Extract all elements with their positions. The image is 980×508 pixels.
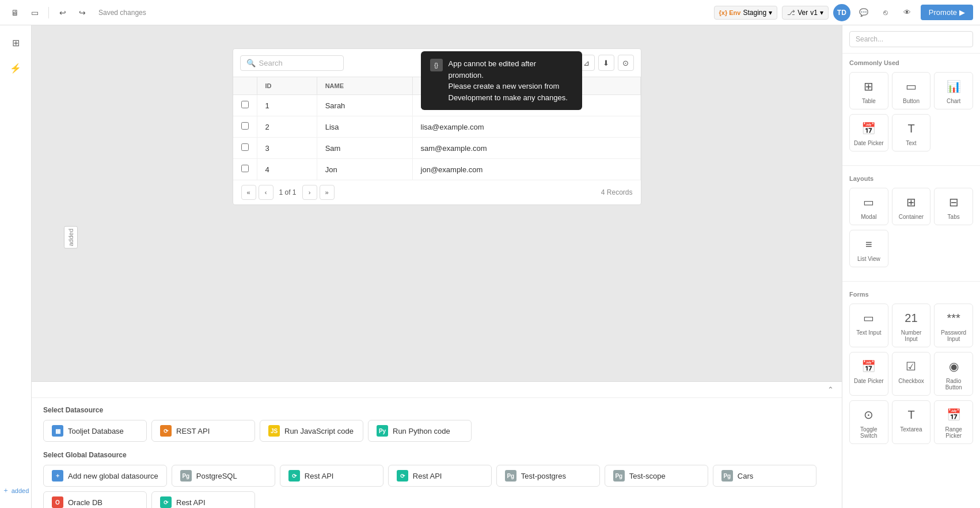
row-checkbox[interactable] xyxy=(233,116,257,138)
next-page-button[interactable]: › xyxy=(302,185,317,200)
commonly-used-grid: ⊞ Table ▭ Button 📊 Chart xyxy=(849,72,973,109)
ds-name: Rest API xyxy=(413,472,442,480)
bottom-panel-collapse-icon[interactable]: ⌃ xyxy=(827,385,834,394)
promote-button[interactable]: Promote ▶ xyxy=(921,5,973,20)
component-item-date-picker[interactable]: 📅 Date Picker xyxy=(849,114,888,151)
redo-icon[interactable]: ↪ xyxy=(74,5,90,21)
component-label: Chart xyxy=(947,98,960,104)
commonly-used-title: Commonly Used xyxy=(849,59,973,66)
first-page-button[interactable]: « xyxy=(241,185,256,200)
datasource-item[interactable]: ▦ Tooljet Database xyxy=(43,420,147,442)
layouts-grid: ▭ Modal ⊞ Container ⊟ Tabs xyxy=(849,188,973,225)
ds-icon: ⟳ xyxy=(397,470,408,482)
component-item-list-view[interactable]: ≡ List View xyxy=(849,230,888,267)
datasource-item[interactable]: JS Run JavaScript code xyxy=(260,420,363,442)
datasource-item[interactable]: ⟳ Rest API xyxy=(151,491,255,508)
datasource-item[interactable]: ⟳ Rest API xyxy=(388,465,492,487)
component-item-button[interactable]: ▭ Button xyxy=(892,72,931,109)
ds-name: Tooljet Database xyxy=(68,427,124,435)
search-box[interactable]: 🔍 xyxy=(240,55,344,71)
prev-page-button[interactable]: ‹ xyxy=(259,185,274,200)
topbar: 🖥 ▭ ↩ ↪ Saved changes {x} Env Staging ▾ … xyxy=(0,0,980,25)
monitor-icon[interactable]: 🖥 xyxy=(7,5,23,21)
component-item-textarea[interactable]: T Textarea xyxy=(892,400,931,444)
avatar[interactable]: TD xyxy=(833,4,850,21)
datasource-item[interactable]: Pg PostgreSQL xyxy=(172,465,275,487)
component-item-modal[interactable]: ▭ Modal xyxy=(849,188,888,225)
component-icon: ⊙ xyxy=(860,405,878,424)
ver-label: Ver xyxy=(797,9,808,17)
datasource-item[interactable]: Pg Test-postgres xyxy=(496,465,600,487)
add-label: added xyxy=(12,487,29,494)
component-icon: ◉ xyxy=(944,357,963,376)
component-item-chart[interactable]: 📊 Chart xyxy=(934,72,973,109)
datasource-grid: ▦ Tooljet Database ⟳ REST API JS Run Jav… xyxy=(43,420,830,442)
chat-icon[interactable]: 💬 xyxy=(855,4,872,21)
ds-icon: Pg xyxy=(505,470,516,482)
component-item-text-input[interactable]: ▭ Text Input xyxy=(849,304,888,347)
component-item-container[interactable]: ⊞ Container xyxy=(892,188,931,225)
component-item-radio-button[interactable]: ◉ Radio Button xyxy=(934,352,973,396)
promote-label: Promote xyxy=(929,8,957,17)
datasource-item[interactable]: ＋ Add new global datasource xyxy=(43,465,167,487)
component-icon: 📅 xyxy=(860,119,878,138)
env-selector[interactable]: {x} Env Staging ▾ xyxy=(714,6,778,20)
share-icon[interactable]: ⎋ xyxy=(877,4,894,21)
datasource-item[interactable]: O Oracle DB xyxy=(43,491,147,508)
datasource-item[interactable]: Py Run Python code xyxy=(368,420,472,442)
ver-selector[interactable]: ⎇ Ver v1 ▾ xyxy=(782,6,829,20)
ds-icon: ⟳ xyxy=(160,425,172,437)
component-icon: ▭ xyxy=(860,193,878,211)
component-item-toggle-switch[interactable]: ⊙ Toggle Switch xyxy=(849,400,888,444)
undo-icon[interactable]: ↩ xyxy=(55,5,71,21)
env-value: Staging xyxy=(743,9,766,17)
component-search-input[interactable] xyxy=(849,31,973,47)
row-checkbox[interactable] xyxy=(233,159,257,180)
tablet-icon[interactable]: ▭ xyxy=(26,5,43,21)
component-item-table[interactable]: ⊞ Table xyxy=(849,72,888,109)
ds-name: Test-postgres xyxy=(521,472,566,480)
component-icon: ☑ xyxy=(902,357,920,376)
component-item-tabs[interactable]: ⊟ Tabs xyxy=(934,188,973,225)
component-item-date-picker[interactable]: 📅 Date Picker xyxy=(849,352,888,396)
preview-icon[interactable]: 👁 xyxy=(899,4,916,21)
component-item-range-picker[interactable]: 📅 Range Picker xyxy=(934,400,973,444)
search-input[interactable] xyxy=(259,59,340,67)
tooltip-line1: App cannot be edited after promotion. xyxy=(449,58,573,81)
component-item-checkbox[interactable]: ☑ Checkbox xyxy=(892,352,931,396)
datasource-item[interactable]: Pg Cars xyxy=(713,465,816,487)
sidebar-icon-queries[interactable]: ⚡ xyxy=(5,58,26,78)
component-label: Toggle Switch xyxy=(852,426,886,439)
add-button[interactable]: ＋ added xyxy=(0,482,32,499)
row-checkbox[interactable] xyxy=(233,138,257,159)
component-item-password-input[interactable]: *** Password Input xyxy=(934,304,973,347)
last-page-button[interactable]: » xyxy=(320,185,335,200)
hide-columns-button[interactable]: ⊙ xyxy=(618,55,634,71)
datasource-item[interactable]: Pg Test-scope xyxy=(605,465,708,487)
ds-name: Add new global datasource xyxy=(68,472,158,480)
component-label: Table xyxy=(862,98,876,104)
ds-name: Rest API xyxy=(176,498,206,507)
component-label: Password Input xyxy=(937,329,970,342)
bottom-panel-header: ⌃ xyxy=(32,382,842,398)
component-item-number-input[interactable]: 21 Number Input xyxy=(892,304,931,347)
row-name: Sam xyxy=(317,138,412,159)
component-item-text[interactable]: T Text xyxy=(892,114,931,151)
download-button[interactable]: ⬇ xyxy=(598,55,614,71)
component-icon: 📊 xyxy=(944,77,963,96)
forms-grid-row2: 📅 Date Picker ☑ Checkbox ◉ Radio Button xyxy=(849,352,973,396)
col-id: ID xyxy=(257,77,317,95)
datasource-item[interactable]: ⟳ REST API xyxy=(151,420,255,442)
component-label: Number Input xyxy=(895,329,928,342)
component-icon: ▭ xyxy=(860,309,878,327)
component-icon: ▭ xyxy=(902,77,920,96)
ds-name: PostgreSQL xyxy=(196,472,237,480)
datasource-item[interactable]: ⟳ Rest API xyxy=(280,465,383,487)
sidebar-icon-components[interactable]: ⊞ xyxy=(5,32,26,53)
ver-icon: ⎇ xyxy=(787,9,795,17)
row-checkbox[interactable] xyxy=(233,95,257,116)
component-icon: 📅 xyxy=(860,357,878,376)
row-email: sam@example.com xyxy=(412,138,640,159)
col-name: NAME xyxy=(317,77,412,95)
component-icon: ≡ xyxy=(860,235,878,253)
